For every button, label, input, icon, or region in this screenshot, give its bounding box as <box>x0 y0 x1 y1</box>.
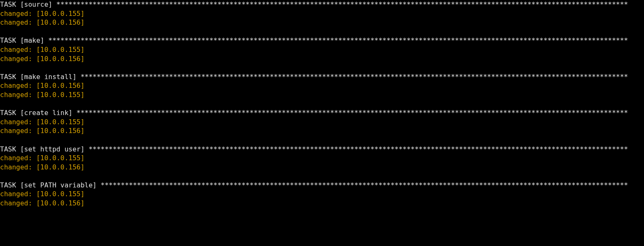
task-name: set PATH variable <box>24 181 93 189</box>
host-bracket-close: ] <box>81 190 85 198</box>
changed-line: changed: [10.0.0.155] <box>0 154 644 163</box>
task-separator-stars: ****************************************… <box>56 0 628 8</box>
changed-keyword: changed: <box>0 10 32 18</box>
host-ip: 10.0.0.155 <box>40 154 80 162</box>
changed-space <box>32 199 36 207</box>
task-separator-stars: ****************************************… <box>81 73 628 81</box>
changed-space <box>32 55 36 63</box>
changed-keyword: changed: <box>0 18 32 26</box>
changed-keyword: changed: <box>0 199 32 207</box>
task-bracket-open: [ <box>16 0 24 8</box>
changed-space <box>32 154 36 162</box>
task-bracket-close: ] <box>40 36 48 44</box>
host-bracket-close: ] <box>81 82 85 90</box>
changed-keyword: changed: <box>0 55 32 63</box>
changed-keyword: changed: <box>0 46 32 54</box>
blank-line <box>0 172 644 181</box>
task-header: TASK [set PATH variable] ***************… <box>0 181 644 190</box>
host-bracket-open: [ <box>36 154 41 162</box>
task-bracket-open: [ <box>16 73 24 81</box>
task-name: create link <box>24 109 69 117</box>
host-bracket-open: [ <box>36 91 41 99</box>
task-bracket-close: ] <box>93 181 101 189</box>
changed-line: changed: [10.0.0.156] <box>0 126 644 136</box>
changed-line: changed: [10.0.0.155] <box>0 90 644 100</box>
host-ip: 10.0.0.156 <box>40 18 80 26</box>
task-separator-stars: ****************************************… <box>48 36 628 44</box>
changed-space <box>32 91 36 99</box>
task-bracket-close: ] <box>81 145 89 153</box>
terminal-output: TASK [source] **************************… <box>0 0 644 208</box>
host-ip: 10.0.0.155 <box>40 190 80 198</box>
host-bracket-open: [ <box>36 163 41 171</box>
task-header: TASK [create link] *********************… <box>0 108 644 118</box>
changed-line: changed: [10.0.0.155] <box>0 118 644 127</box>
host-bracket-open: [ <box>36 190 41 198</box>
host-bracket-close: ] <box>81 55 85 63</box>
changed-line: changed: [10.0.0.156] <box>0 54 644 64</box>
changed-space <box>32 10 36 18</box>
task-keyword: TASK <box>0 181 16 189</box>
changed-line: changed: [10.0.0.156] <box>0 163 644 172</box>
task-keyword: TASK <box>0 73 16 81</box>
task-keyword: TASK <box>0 145 16 153</box>
blank-line <box>0 100 644 109</box>
host-ip: 10.0.0.156 <box>40 163 80 171</box>
task-name: make install <box>24 73 73 81</box>
host-bracket-open: [ <box>36 55 41 63</box>
task-header: TASK [set httpd user] ******************… <box>0 145 644 154</box>
task-bracket-open: [ <box>16 36 24 44</box>
host-bracket-close: ] <box>81 10 85 18</box>
changed-keyword: changed: <box>0 91 32 99</box>
task-bracket-close: ] <box>72 73 80 81</box>
host-bracket-close: ] <box>81 18 85 26</box>
changed-line: changed: [10.0.0.155] <box>0 45 644 54</box>
task-keyword: TASK <box>0 109 16 117</box>
changed-line: changed: [10.0.0.155] <box>0 190 644 199</box>
host-bracket-close: ] <box>81 46 85 54</box>
host-bracket-close: ] <box>81 199 85 207</box>
task-name: source <box>24 0 48 8</box>
changed-keyword: changed: <box>0 163 32 171</box>
host-bracket-close: ] <box>81 154 85 162</box>
blank-line <box>0 136 644 145</box>
changed-space <box>32 163 36 171</box>
task-separator-stars: ****************************************… <box>89 145 628 153</box>
changed-space <box>32 82 36 90</box>
host-ip: 10.0.0.156 <box>40 199 80 207</box>
host-ip: 10.0.0.155 <box>40 118 80 126</box>
task-separator-stars: ****************************************… <box>101 181 628 189</box>
task-bracket-open: [ <box>16 181 24 189</box>
host-bracket-close: ] <box>81 91 85 99</box>
task-bracket-open: [ <box>16 109 24 117</box>
host-ip: 10.0.0.156 <box>40 82 80 90</box>
changed-space <box>32 46 36 54</box>
host-bracket-open: [ <box>36 46 41 54</box>
host-bracket-close: ] <box>81 163 85 171</box>
task-header: TASK [source] **************************… <box>0 0 644 9</box>
changed-keyword: changed: <box>0 154 32 162</box>
host-ip: 10.0.0.155 <box>40 91 80 99</box>
host-bracket-open: [ <box>36 127 41 135</box>
changed-space <box>32 18 36 26</box>
blank-line <box>0 63 644 72</box>
host-ip: 10.0.0.156 <box>40 55 80 63</box>
changed-line: changed: [10.0.0.156] <box>0 18 644 27</box>
host-bracket-open: [ <box>36 82 41 90</box>
task-keyword: TASK <box>0 36 16 44</box>
host-ip: 10.0.0.155 <box>40 10 80 18</box>
changed-keyword: changed: <box>0 190 32 198</box>
task-bracket-open: [ <box>16 145 24 153</box>
task-separator-stars: ****************************************… <box>76 109 628 117</box>
changed-space <box>32 118 36 126</box>
task-keyword: TASK <box>0 0 16 8</box>
host-bracket-open: [ <box>36 199 41 207</box>
changed-line: changed: [10.0.0.156] <box>0 81 644 90</box>
changed-space <box>32 190 36 198</box>
host-bracket-close: ] <box>81 118 85 126</box>
changed-keyword: changed: <box>0 118 32 126</box>
host-bracket-open: [ <box>36 18 41 26</box>
host-bracket-open: [ <box>36 10 41 18</box>
host-ip: 10.0.0.155 <box>40 46 80 54</box>
task-bracket-close: ] <box>69 109 76 117</box>
